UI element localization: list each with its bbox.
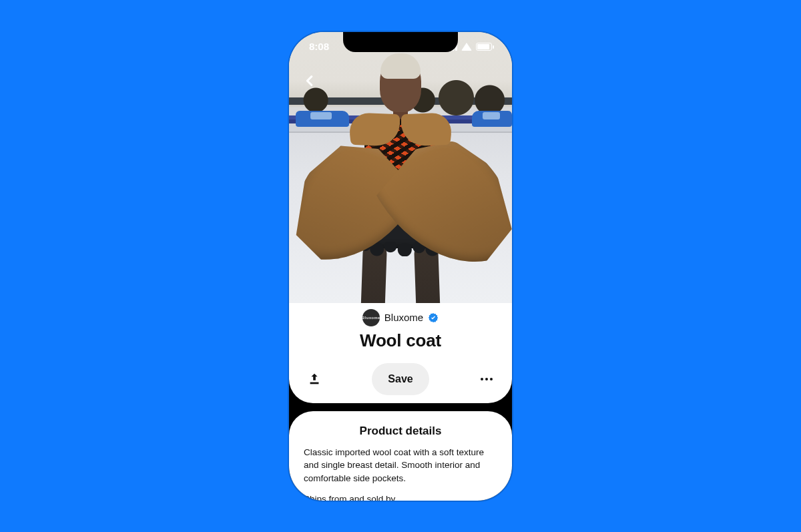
brand-avatar: Bluxome bbox=[362, 309, 380, 326]
share-icon bbox=[307, 372, 322, 386]
status-time: 8:08 bbox=[309, 41, 329, 52]
brand-link[interactable]: Bluxome Bluxome bbox=[362, 309, 439, 326]
product-details-heading: Product details bbox=[304, 425, 497, 438]
product-title: Wool coat bbox=[360, 330, 441, 351]
pin-hero-card: Bluxome Bluxome Wool coat Save bbox=[289, 32, 512, 403]
more-icon bbox=[481, 378, 493, 380]
pin-meta: Bluxome Bluxome Wool coat bbox=[289, 309, 512, 351]
product-details-body: Classic imported wool coat with a soft t… bbox=[304, 446, 497, 501]
pin-actions: Save bbox=[289, 363, 512, 395]
svg-rect-0 bbox=[310, 382, 319, 384]
chevron-left-icon bbox=[302, 73, 317, 88]
verified-badge-icon bbox=[428, 312, 439, 323]
device-notch bbox=[343, 32, 458, 52]
pin-image[interactable] bbox=[289, 32, 512, 303]
brand-name: Bluxome bbox=[384, 312, 423, 323]
save-button[interactable]: Save bbox=[372, 363, 429, 395]
ships-prefix: Ships from and sold by bbox=[304, 494, 395, 500]
phone-frame: 8:08 bbox=[289, 32, 512, 501]
wifi-icon bbox=[461, 43, 472, 51]
product-shipping: Ships from and sold by bluxome.co bbox=[304, 493, 497, 500]
product-details-card[interactable]: Product details Classic imported wool co… bbox=[289, 411, 512, 501]
save-button-label: Save bbox=[388, 373, 413, 385]
share-button[interactable] bbox=[304, 368, 325, 390]
back-button[interactable] bbox=[298, 69, 321, 92]
battery-icon bbox=[476, 43, 492, 51]
more-button[interactable] bbox=[476, 368, 497, 390]
product-description: Classic imported wool coat with a soft t… bbox=[304, 446, 497, 485]
brand-avatar-label: Bluxome bbox=[362, 316, 380, 320]
